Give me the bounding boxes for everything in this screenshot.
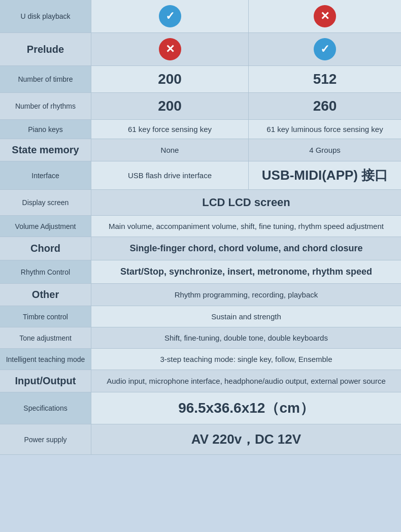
table-row: ChordSingle-finger chord, chord volume, … — [0, 237, 401, 260]
table-row: Power supplyAV 220v，DC 12V — [0, 424, 401, 455]
table-row: Specifications96.5x36.6x12（cm） — [0, 392, 401, 424]
full-value-text: 3-step teaching mode: single key, follow… — [160, 355, 332, 363]
row-col2: 512 — [249, 66, 401, 92]
col1-value: 61 key force sensing key — [128, 125, 212, 134]
full-value-text: Sustain and strength — [211, 312, 281, 321]
table-row: Tone adjustmentShift, fine-tuning, doubl… — [0, 327, 401, 349]
col2-value: 61 key luminous force sensing key — [266, 125, 383, 134]
row-label: Piano keys — [0, 120, 91, 139]
row-full-value: Main volume, accompaniment volume, shift… — [91, 216, 401, 237]
table-row: Volume AdjustmentMain volume, accompanim… — [0, 216, 401, 237]
row-label: Specifications — [0, 392, 91, 424]
row-label: Chord — [0, 237, 91, 260]
row-col2: USB-MIDI(APP) 接口 — [249, 161, 401, 189]
table-row: Piano keys61 key force sensing key61 key… — [0, 120, 401, 139]
row-label: Intelligent teaching mode — [0, 349, 91, 370]
row-full-value: Audio input, microphone interface, headp… — [91, 370, 401, 392]
col2-value: 260 — [313, 98, 337, 114]
row-full-value: 96.5x36.6x12（cm） — [91, 392, 401, 424]
row-col1: 61 key force sensing key — [91, 120, 249, 139]
row-label: Rhythm Control — [0, 260, 91, 283]
row-label: Display screen — [0, 190, 91, 215]
full-value-text: 96.5x36.6x12（cm） — [178, 398, 314, 418]
full-value-text: Shift, fine-tuning, double tone, double … — [164, 334, 328, 342]
row-label: Input/Output — [0, 370, 91, 392]
row-full-value: Single-finger chord, chord volume, and c… — [91, 237, 401, 260]
table-row: InterfaceUSB flash drive interfaceUSB-MI… — [0, 161, 401, 190]
row-col2: ✕ — [249, 0, 401, 32]
row-col2: 4 Groups — [249, 139, 401, 161]
row-label: U disk playback — [0, 0, 91, 32]
table-row: Prelude✕✓ — [0, 33, 401, 66]
col2-value: 4 Groups — [309, 146, 341, 154]
check-icon: ✓ — [314, 38, 336, 60]
row-col1: 200 — [91, 93, 249, 119]
table-row: Number of timbre200512 — [0, 66, 401, 93]
row-full-value: LCD LCD screen — [91, 190, 401, 215]
x-icon: ✕ — [314, 5, 336, 27]
row-label: Tone adjustment — [0, 327, 91, 348]
row-full-value: AV 220v，DC 12V — [91, 424, 401, 454]
full-value-text: Audio input, microphone interface, headp… — [107, 377, 386, 385]
row-label: Number of rhythms — [0, 93, 91, 119]
table-row: Intelligent teaching mode3-step teaching… — [0, 349, 401, 370]
row-col2: ✓ — [249, 33, 401, 65]
col1-value: None — [161, 146, 179, 154]
row-col2: 61 key luminous force sensing key — [249, 120, 401, 139]
table-row: Display screenLCD LCD screen — [0, 190, 401, 216]
full-value-text: Single-finger chord, chord volume, and c… — [129, 243, 362, 254]
full-value-text: Main volume, accompaniment volume, shift… — [109, 222, 384, 230]
row-col2: 260 — [249, 93, 401, 119]
full-value-text: LCD LCD screen — [202, 196, 290, 209]
row-label: Interface — [0, 161, 91, 189]
table-row: OtherRhythm programming, recording, play… — [0, 284, 401, 306]
table-row: Timbre controlSustain and strength — [0, 306, 401, 327]
col1-value: 200 — [158, 98, 182, 114]
row-full-value: Shift, fine-tuning, double tone, double … — [91, 327, 401, 348]
col2-value: USB-MIDI(APP) 接口 — [262, 167, 388, 184]
table-row: Number of rhythms200260 — [0, 93, 401, 120]
row-label: Other — [0, 284, 91, 306]
x-icon: ✕ — [159, 38, 181, 60]
row-col1: ✕ — [91, 33, 249, 65]
row-full-value: 3-step teaching mode: single key, follow… — [91, 349, 401, 370]
row-label: Timbre control — [0, 306, 91, 327]
row-col1: USB flash drive interface — [91, 161, 249, 189]
row-label: State memory — [0, 139, 91, 161]
col1-value: USB flash drive interface — [128, 171, 212, 180]
full-value-text: AV 220v，DC 12V — [191, 430, 301, 448]
col1-value: 200 — [158, 71, 182, 87]
check-icon: ✓ — [159, 5, 181, 27]
table-row: Input/OutputAudio input, microphone inte… — [0, 370, 401, 392]
row-full-value: Start/Stop, synchronize, insert, metrono… — [91, 260, 401, 283]
row-full-value: Sustain and strength — [91, 306, 401, 327]
row-col1: None — [91, 139, 249, 161]
comparison-table: U disk playback✓✕Prelude✕✓Number of timb… — [0, 0, 401, 455]
row-label: Number of timbre — [0, 66, 91, 92]
col2-value: 512 — [313, 71, 337, 87]
row-col1: ✓ — [91, 0, 249, 32]
full-value-text: Start/Stop, synchronize, insert, metrono… — [120, 267, 372, 277]
row-label: Prelude — [0, 33, 91, 65]
row-label: Power supply — [0, 424, 91, 454]
row-full-value: Rhythm programming, recording, playback — [91, 284, 401, 306]
table-row: U disk playback✓✕ — [0, 0, 401, 33]
table-row: Rhythm ControlStart/Stop, synchronize, i… — [0, 260, 401, 284]
full-value-text: Rhythm programming, recording, playback — [175, 290, 318, 299]
table-row: State memoryNone4 Groups — [0, 139, 401, 161]
row-col1: 200 — [91, 66, 249, 92]
row-label: Volume Adjustment — [0, 216, 91, 237]
